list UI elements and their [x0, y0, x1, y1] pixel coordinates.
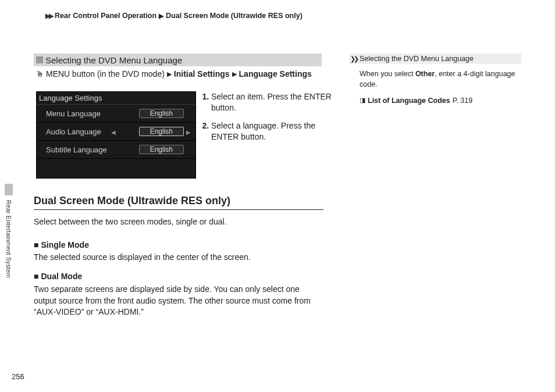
section-heading: Selecting the DVD Menu Language [45, 55, 182, 65]
black-square-icon: ■ [34, 272, 38, 281]
right-sidebar-body: When you select Other, enter a 4-digit l… [349, 64, 521, 106]
screenshot-row-subtitle-language: Subtitle Language English [37, 141, 195, 159]
double-chevron-right-icon: ❯❯ [350, 55, 357, 63]
right-sidebar-heading: ❯❯ Selecting the DVD Menu Language [349, 54, 521, 64]
menu-path-part-3: Language Settings [239, 69, 312, 79]
breadcrumb: ▶▶ Rear Control Panel Operation ▶ Dual S… [45, 12, 303, 20]
triangle-right-icon: ▶ [232, 70, 237, 78]
page-number: 256 [12, 372, 24, 381]
screenshot-header: Language Settings [37, 92, 195, 105]
language-settings-screenshot: Language Settings Menu Language English … [36, 91, 196, 179]
triangle-left-icon: ◀ [111, 129, 116, 136]
subsection-single-mode-title: ■Single Mode [34, 240, 323, 250]
screenshot-row-value: English [139, 109, 184, 118]
breadcrumb-arrows-icon: ▶▶ [45, 12, 52, 20]
cross-reference-label: List of Language Codes [368, 95, 450, 106]
right-sidebar-heading-text: Selecting the DVD Menu Language [360, 55, 474, 63]
main-description: Select between the two screen modes, sin… [34, 217, 323, 226]
breadcrumb-item-1: Rear Control Panel Operation [55, 12, 156, 20]
screenshot-row-value: English [139, 145, 184, 154]
cross-reference-page: P. 319 [453, 95, 473, 106]
screenshot-row-menu-language: Menu Language English [37, 105, 195, 123]
right-sidebar: ❯❯ Selecting the DVD Menu Language When … [349, 54, 521, 106]
side-tab: Rear Entertainment System [5, 184, 13, 286]
main-heading: Dual Screen Mode (Ultrawide RES only) [34, 195, 323, 210]
screenshot-row-label: Audio Language [46, 127, 101, 136]
side-tab-label: Rear Entertainment System [5, 200, 12, 278]
menu-path-part-2: Initial Settings [174, 69, 230, 79]
link-icon: ◨ [360, 96, 365, 105]
triangle-right-icon: ▶ [186, 129, 191, 136]
side-tab-marker [5, 184, 13, 195]
mouse-icon: 🖱 [35, 69, 44, 79]
subsection-title-text: Single Mode [41, 240, 88, 250]
breadcrumb-item-2: Dual Screen Mode (Ultrawide RES only) [166, 12, 303, 20]
section-square-icon [36, 56, 43, 63]
subsection-title-text: Dual Mode [41, 272, 82, 281]
right-body-pre: When you select [360, 70, 415, 78]
step-2: Select a language. Press the ENTER butto… [211, 120, 337, 142]
subsection-dual-mode-text: Two separate screens are displayed side … [34, 284, 323, 318]
black-square-icon: ■ [34, 240, 38, 250]
subsection-single-mode-text: The selected source is displayed in the … [34, 252, 323, 262]
section-heading-bar: Selecting the DVD Menu Language [34, 54, 322, 66]
instruction-steps: Select an item. Press the ENTER button. … [201, 91, 337, 149]
triangle-right-icon: ▶ [167, 70, 172, 78]
menu-path-part-1: MENU button (in the DVD mode) [46, 69, 165, 79]
screenshot-row-label: Subtitle Language [46, 145, 107, 154]
screenshot-row-value: English [139, 127, 184, 136]
right-body-bold: Other [415, 70, 435, 78]
screenshot-row-label: Menu Language [46, 109, 101, 118]
step-1: Select an item. Press the ENTER button. [211, 91, 337, 113]
cross-reference-link[interactable]: ◨ List of Language Codes P. 319 [360, 95, 521, 106]
menu-path: 🖱 MENU button (in the DVD mode) ▶ Initia… [35, 69, 326, 79]
screenshot-row-audio-language: Audio Language ◀ English ▶ [37, 123, 195, 141]
subsection-dual-mode-title: ■Dual Mode [34, 272, 323, 281]
breadcrumb-separator-icon: ▶ [159, 12, 163, 20]
